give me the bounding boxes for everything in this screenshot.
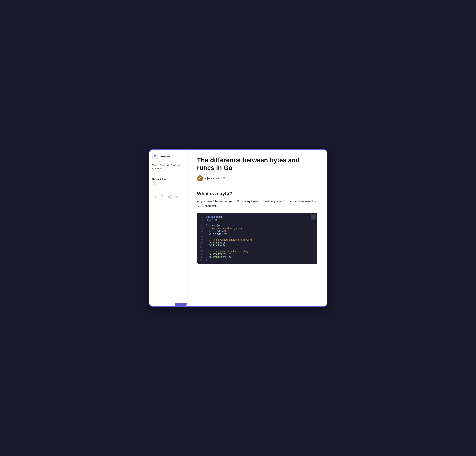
author-name: Anjana Shankar bbox=[204, 177, 221, 180]
code-line-row: 10 fmt.Println(a1) bbox=[197, 241, 317, 244]
megaphone-button[interactable] bbox=[174, 195, 179, 199]
share-button[interactable] bbox=[167, 195, 171, 199]
code-token: fmt. bbox=[206, 241, 213, 244]
code-token: Println bbox=[213, 244, 220, 247]
svg-line-5 bbox=[169, 196, 170, 197]
code-line-content: import "fmt" bbox=[205, 218, 317, 221]
answers-logo-icon bbox=[154, 155, 157, 158]
code-token: fmt. bbox=[206, 244, 213, 247]
sidebar: answers Trusted Answers to Developer Que… bbox=[149, 150, 187, 306]
code-line-row: 13 // Printing with character formatting bbox=[197, 250, 317, 253]
code-line-content: package main bbox=[205, 216, 317, 218]
code-line-row: 14 fmt.Printf("%c\n", a1) bbox=[197, 253, 317, 256]
line-number: 9 bbox=[197, 238, 205, 241]
layout: answers Trusted Answers to Developer Que… bbox=[149, 150, 327, 306]
code-token: fmt. bbox=[206, 256, 213, 258]
code-token: (a1) bbox=[220, 241, 225, 244]
code-block-inner: 1package main2import "fmt"34func main() … bbox=[197, 213, 317, 264]
code-token: // Printing with character formatting bbox=[206, 250, 248, 253]
code-token: 'b' bbox=[224, 233, 227, 235]
code-token: import bbox=[206, 218, 213, 221]
code-line-row: 5 // Declaration and assignment bbox=[197, 227, 317, 230]
code-line-row: 7 var a2 byte = 'b' bbox=[197, 233, 317, 235]
code-token: , a1) bbox=[227, 253, 232, 256]
code-token: main bbox=[216, 216, 222, 218]
code-token: main bbox=[212, 224, 217, 227]
svg-line-4 bbox=[169, 197, 170, 198]
code-line-row: 11 fmt.Println(a2) bbox=[197, 244, 317, 247]
svg-point-1 bbox=[170, 195, 170, 196]
sidebar-actions bbox=[152, 194, 184, 199]
copy-button[interactable] bbox=[311, 215, 316, 220]
code-token: fmt. bbox=[206, 253, 213, 256]
code-line-content: fmt.Println(a2) bbox=[205, 244, 317, 247]
code-token: "fmt" bbox=[213, 218, 219, 221]
line-number: 3 bbox=[197, 221, 205, 224]
code-token: // Declaration and assignment bbox=[206, 227, 243, 230]
main-content: The difference between bytes and runes i… bbox=[187, 150, 327, 306]
code-token: // Printing without character formatting bbox=[206, 238, 252, 241]
code-token: var bbox=[209, 230, 212, 232]
line-number: 11 bbox=[197, 244, 205, 247]
author-row: AS Anjana Shankar bbox=[197, 175, 317, 181]
code-line-content: fmt.Printf("%c\n", a2) bbox=[205, 256, 317, 258]
heart-icon bbox=[153, 195, 156, 199]
code-token: (a2) bbox=[220, 244, 225, 247]
code-line-row: 16} bbox=[197, 258, 317, 261]
code-line-row: 6 var a1 byte = 97 bbox=[197, 230, 317, 233]
avatar: AS bbox=[197, 175, 203, 181]
section-heading: What is a byte? bbox=[197, 191, 317, 196]
code-line-row: 12 bbox=[197, 247, 317, 250]
svg-rect-6 bbox=[313, 217, 314, 218]
line-number: 15 bbox=[197, 256, 205, 258]
code-line-row: 15 fmt.Printf("%c\n", a2) bbox=[197, 256, 317, 258]
code-token: Println bbox=[213, 241, 220, 244]
line-number: 6 bbox=[197, 230, 205, 233]
bookmark-icon bbox=[160, 195, 164, 199]
code-line-content: func main() { bbox=[205, 224, 317, 227]
code-line-row: 4func main() { bbox=[197, 224, 317, 227]
code-token: = bbox=[221, 230, 224, 232]
code-line-row: 1package main bbox=[197, 216, 317, 218]
code-block: 1package main2import "fmt"34func main() … bbox=[197, 213, 317, 264]
code-line-content: var a1 byte = 97 bbox=[205, 230, 317, 233]
line-number: 5 bbox=[197, 227, 205, 230]
code-token: } bbox=[206, 258, 207, 261]
line-number: 14 bbox=[197, 253, 205, 256]
copy-icon bbox=[312, 216, 314, 218]
like-button[interactable] bbox=[152, 195, 157, 199]
code-token: 97 bbox=[224, 230, 227, 232]
share-icon bbox=[168, 195, 171, 199]
tag-go[interactable]: go bbox=[152, 182, 159, 186]
code-token: "%c\n" bbox=[220, 253, 227, 256]
sidebar-tagline: Trusted Answers to Developer Questions bbox=[152, 164, 184, 170]
code-line-content: } bbox=[205, 258, 317, 261]
code-token: func bbox=[206, 224, 211, 227]
code-line-row: 9 // Printing without character formatti… bbox=[197, 238, 317, 241]
line-number: 2 bbox=[197, 218, 205, 221]
code-token: byte bbox=[217, 233, 221, 235]
body-text-after: takes 8 bits of storage. In Go, it is eq… bbox=[197, 200, 317, 207]
line-number: 7 bbox=[197, 233, 205, 235]
code-token: () { bbox=[217, 224, 220, 227]
code-line-content: fmt.Println(a1) bbox=[205, 241, 317, 244]
logo-icon bbox=[152, 154, 158, 159]
code-token: package bbox=[206, 216, 216, 218]
svg-point-2 bbox=[168, 196, 169, 197]
line-number: 1 bbox=[197, 216, 205, 218]
line-number: 8 bbox=[197, 235, 205, 238]
author-dropdown-icon[interactable] bbox=[223, 177, 225, 179]
sidebar-divider-bottom bbox=[152, 190, 184, 190]
keyword-link[interactable]: byte bbox=[199, 200, 205, 203]
related-tags-section: Related Tags go bbox=[152, 178, 184, 186]
line-number: 13 bbox=[197, 250, 205, 253]
svg-point-3 bbox=[170, 198, 170, 199]
code-token: = bbox=[221, 233, 224, 235]
article-title: The difference between bytes and runes i… bbox=[197, 156, 317, 172]
line-number: 12 bbox=[197, 247, 205, 250]
code-token: Printf bbox=[213, 256, 219, 258]
bookmark-button[interactable] bbox=[160, 195, 164, 199]
code-line-content: fmt.Printf("%c\n", a1) bbox=[205, 253, 317, 256]
code-token: Printf bbox=[213, 253, 219, 256]
code-token: a2 bbox=[212, 233, 217, 235]
